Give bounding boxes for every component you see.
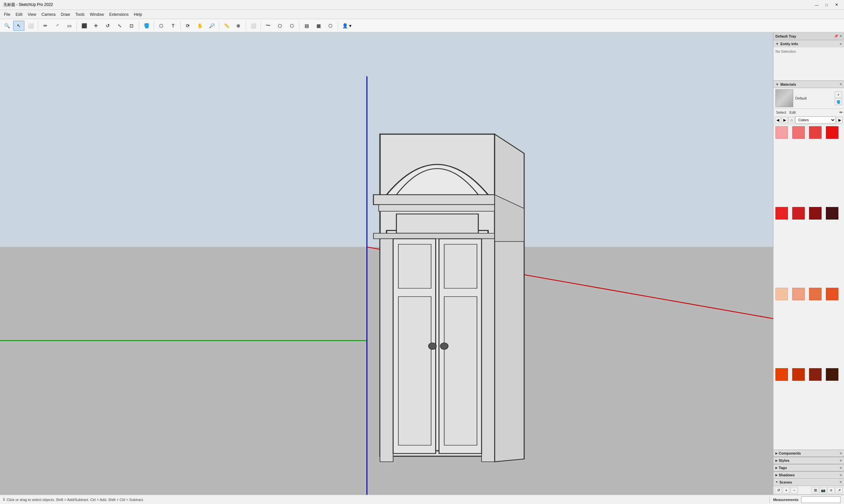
tape-tool[interactable]: 📏 [221,21,232,31]
menu-camera[interactable]: Camera [39,11,58,18]
layer-tool[interactable]: ▦ [313,21,324,31]
scenes-close-btn[interactable]: ✕ [839,480,842,484]
color-swatch-2[interactable] [809,126,822,139]
menu-view[interactable]: View [25,11,39,18]
sandbox-tool[interactable]: 〜 [263,21,274,31]
scenes-title: Scenes [779,480,839,484]
measurements-input[interactable] [801,497,841,503]
styles-section-header[interactable]: ▶ Styles ✕ [773,457,844,464]
offset-tool[interactable]: ⊡ [126,21,137,31]
color-swatch-11[interactable] [826,288,838,300]
material-paint-btn[interactable]: 🪣 [835,98,842,105]
materials-pencil-icon[interactable]: ✏ [839,110,843,115]
materials-category-dropdown[interactable]: Colors All Materials Brick and Cladding … [795,116,836,124]
tags-close-btn[interactable]: ✕ [839,466,842,470]
color-swatch-12[interactable] [775,368,788,381]
scale-tool[interactable]: ⤡ [114,21,125,31]
scenes-export-btn[interactable]: ↗ [836,487,843,493]
paint-tool[interactable]: 🪣 [141,21,152,31]
orbit-tool[interactable]: ⟳ [182,21,194,31]
entity-info-close-btn[interactable]: ✕ [839,42,842,46]
push-pull-tool[interactable]: ⬛ [78,21,90,31]
mat-home-btn[interactable]: ⌂ [789,117,795,123]
scenes-remove-btn[interactable]: − [791,487,798,493]
viewport[interactable] [0,32,773,495]
color-swatch-15[interactable] [826,368,838,381]
menu-draw[interactable]: Draw [58,11,73,18]
rotate-tool[interactable]: ↺ [102,21,113,31]
main-layout: Default Tray 📌 ✕ ▼ Entity Info ✕ No Sele… [0,32,844,495]
menu-edit[interactable]: Edit [13,11,25,18]
smoove-tool[interactable]: ⬡ [274,21,286,31]
tray-pin-btn[interactable]: 📌 [834,34,838,38]
materials-header[interactable]: ▼ Materials ✕ [773,81,844,88]
select-tool[interactable]: ↖ [13,21,24,31]
scenes-list-btn[interactable]: ≡ [827,487,835,493]
color-swatch-0[interactable] [775,126,788,139]
menu-help[interactable]: Help [131,11,145,18]
maximize-button[interactable]: □ [822,2,831,8]
toolbar-separator-10 [338,21,338,30]
toolbar: 🔍 ↖ ⬜ ✏ ◜ ▭ ⬛ ✛ ↺ ⤡ ⊡ 🪣 ⬡ T ⟳ ✋ 🔎 📏 ⊕ ⬜ … [0,19,844,32]
materials-panel: ▼ Materials ✕ Default + 🪣 Select Edit ✏ [773,81,844,450]
menu-extensions[interactable]: Extensions [107,11,131,18]
scenes-add-btn[interactable]: + [783,487,790,493]
color-swatch-10[interactable] [809,288,822,300]
text-tool[interactable]: T [167,21,179,31]
move-tool[interactable]: ✛ [90,21,102,31]
mat-arrow-btn[interactable]: ▶ [837,117,843,123]
pan-tool[interactable]: ✋ [194,21,205,31]
color-swatch-14[interactable] [809,368,822,381]
arc-tool[interactable]: ◜ [52,21,63,31]
color-swatch-6[interactable] [809,207,822,219]
axes-tool[interactable]: ⊕ [233,21,244,31]
components-title: Components [779,451,839,455]
menu-window[interactable]: Window [87,11,107,18]
stamp-tool[interactable]: ⬡ [286,21,298,31]
components-section-header[interactable]: ▶ Components ✕ [773,450,844,457]
profile-tool[interactable]: ▤ [301,21,312,31]
shadows-section-header[interactable]: ▶ Shadows ✕ [773,471,844,479]
components-close-btn[interactable]: ✕ [839,452,842,455]
component-tool[interactable]: ⬡ [156,21,167,31]
section-plane-tool[interactable]: ⬜ [248,21,259,31]
scenes-refresh-btn[interactable]: ↺ [775,487,782,493]
tray-close-btn[interactable]: ✕ [839,34,842,38]
color-swatch-5[interactable] [792,207,805,219]
tags-title: Tags [779,466,839,470]
tags-section-header[interactable]: ▶ Tags ✕ [773,464,844,471]
entity-info-header[interactable]: ▼ Entity Info ✕ [773,40,844,48]
color-swatch-9[interactable] [792,288,805,300]
minimize-button[interactable]: — [812,2,821,8]
account-btn[interactable]: 👤 ▾ [340,21,354,31]
color-swatch-4[interactable] [775,207,788,219]
close-button[interactable]: ✕ [832,2,841,8]
menu-file[interactable]: File [1,11,13,18]
entity-info-chevron: ▼ [775,42,779,46]
pencil-tool[interactable]: ✏ [40,21,51,31]
scenes-camera-btn[interactable]: 📷 [820,487,827,493]
material-create-btn[interactable]: + [835,91,842,98]
mat-nav-back-btn[interactable]: ◀ [775,117,781,123]
scenes-panel: ▼ Scenes ✕ ↺ + − ⊞ 📷 ≡ ↗ [773,479,844,495]
materials-close-btn[interactable]: ✕ [839,83,842,86]
zoom-tool[interactable]: 🔎 [206,21,217,31]
color-swatch-7[interactable] [826,207,838,219]
materials-select-tab[interactable]: Select [775,110,788,115]
shadows-close-btn[interactable]: ✕ [839,473,842,477]
svg-rect-12 [380,239,393,462]
mat-nav-forward-btn[interactable]: ▶ [782,117,788,123]
scenes-detail-btn[interactable]: ⊞ [812,487,819,493]
color-swatch-3[interactable] [826,126,838,139]
scenes-header[interactable]: ▼ Scenes ✕ [773,479,844,486]
shapes-tool[interactable]: ▭ [64,21,75,31]
menu-tools[interactable]: Tools [73,11,87,18]
color-swatch-13[interactable] [792,368,805,381]
color-swatch-1[interactable] [792,126,805,139]
materials-edit-tab[interactable]: Edit [788,110,797,115]
sandbox2-tool[interactable]: ⬡ [325,21,336,31]
zoom-extents-tool[interactable]: 🔍 [1,21,13,31]
color-swatch-8[interactable] [775,288,788,300]
eraser-tool[interactable]: ⬜ [25,21,36,31]
styles-close-btn[interactable]: ✕ [839,459,842,463]
